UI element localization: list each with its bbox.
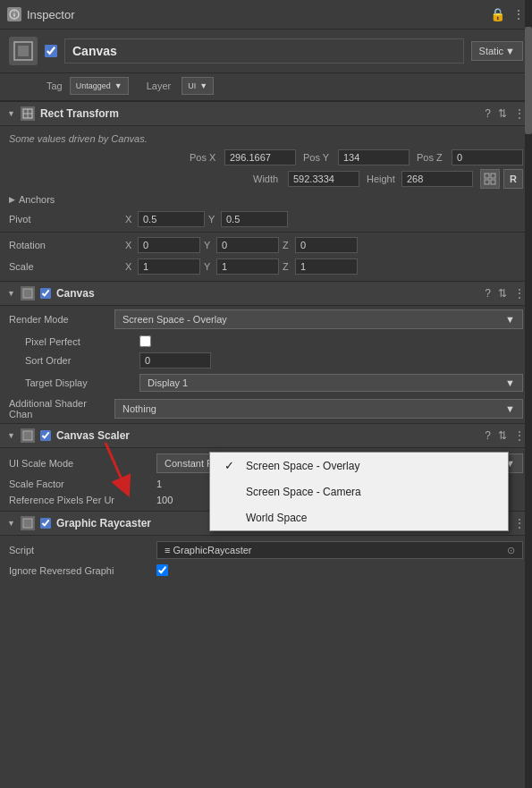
lock-icon[interactable]: 🔒 xyxy=(490,7,505,21)
scaler-settings-btn[interactable]: ⇅ xyxy=(498,429,507,442)
menu-icon[interactable]: ⋮ xyxy=(512,7,525,21)
raycaster-arrow[interactable]: ▼ xyxy=(7,519,15,528)
dropdown-option-overlay[interactable]: ✓ Screen Space - Overlay xyxy=(210,453,508,479)
canvas-enable-checkbox[interactable] xyxy=(40,288,51,299)
shader-dropdown[interactable]: Nothing ▼ xyxy=(114,399,523,419)
anchors-label: Anchors xyxy=(19,194,55,205)
rot-x-label: X xyxy=(125,240,136,250)
scrollbar[interactable] xyxy=(525,0,532,788)
posz-label: Pos Z xyxy=(417,152,449,163)
object-enable-checkbox[interactable] xyxy=(45,45,57,57)
rect-settings-btn[interactable]: ⇅ xyxy=(498,107,507,120)
render-mode-row: Render Mode Screen Space - Overlay ▼ xyxy=(0,306,532,333)
svg-rect-4 xyxy=(18,46,29,56)
target-display-dropdown[interactable]: Display 1 ▼ xyxy=(139,374,523,392)
posx-field[interactable] xyxy=(224,149,296,165)
rect-corners-btn[interactable] xyxy=(480,169,500,189)
raycaster-enable-checkbox[interactable] xyxy=(40,518,51,529)
dropdown-option-worldspace[interactable]: ✓ World Space xyxy=(210,504,508,530)
tag-dropdown[interactable]: Untagged ▼ xyxy=(70,77,129,95)
scaler-arrow[interactable]: ▼ xyxy=(7,431,15,440)
script-label: Script xyxy=(9,545,156,555)
width-label: Width xyxy=(253,174,285,184)
canvas-arrow[interactable]: ▼ xyxy=(7,289,15,298)
rot-z-label: Z xyxy=(283,240,293,250)
rot-x-field[interactable] xyxy=(138,237,200,253)
canvas-settings-btn[interactable]: ⇅ xyxy=(498,287,507,300)
scale-z-item: Z xyxy=(283,258,358,275)
pixel-perfect-row: Pixel Perfect xyxy=(0,333,532,350)
static-button[interactable]: Static ▼ xyxy=(471,41,523,61)
canvas-icon xyxy=(21,286,35,301)
rect-transform-icon xyxy=(21,106,35,121)
scaler-enable-checkbox[interactable] xyxy=(40,430,51,441)
script-value: ≡ GraphicRaycaster xyxy=(165,545,252,555)
scrollbar-thumb[interactable] xyxy=(525,27,532,134)
canvas-more-btn[interactable]: ⋮ xyxy=(514,287,525,300)
object-name-field[interactable]: Canvas xyxy=(64,38,464,64)
script-field[interactable]: ≡ GraphicRaycaster ⊙ xyxy=(156,541,523,559)
canvas-section-actions: ? ⇅ ⋮ xyxy=(485,287,525,300)
scale-row: Scale X Y Z xyxy=(0,256,532,277)
rot-y-field[interactable] xyxy=(216,237,279,253)
scale-x-field[interactable] xyxy=(138,258,200,275)
ignore-checkbox[interactable] xyxy=(156,564,168,576)
svg-rect-9 xyxy=(491,174,495,178)
pivot-row: Pivot X Y xyxy=(0,208,532,230)
pivot-x-field[interactable] xyxy=(138,211,205,227)
raycaster-more-btn[interactable]: ⋮ xyxy=(514,517,525,530)
object-header: Canvas Static ▼ xyxy=(0,30,532,73)
dropdown-option-camera-label: Screen Space - Camera xyxy=(246,486,361,498)
scale-y-field[interactable] xyxy=(216,258,279,275)
pixel-perfect-label: Pixel Perfect xyxy=(25,336,132,347)
raycaster-content: Script ≡ GraphicRaycaster ⊙ Ignore Rever… xyxy=(0,536,532,581)
scale-z-field[interactable] xyxy=(295,258,358,275)
target-display-label: Target Display xyxy=(25,377,132,388)
render-mode-dropdown-menu: ✓ Screen Space - Overlay ✓ Screen Space … xyxy=(209,452,509,531)
sort-order-label: Sort Order xyxy=(25,355,132,366)
rot-z-field[interactable] xyxy=(295,237,358,253)
tag-layer-row: Tag Untagged ▼ Layer UI ▼ xyxy=(0,73,532,101)
svg-rect-8 xyxy=(485,174,489,178)
render-mode-dropdown[interactable]: Screen Space - Overlay ▼ xyxy=(114,309,523,329)
rect-more-btn[interactable]: ⋮ xyxy=(514,107,525,120)
sort-order-field[interactable] xyxy=(139,352,211,369)
posy-field[interactable] xyxy=(338,149,410,165)
rotation-label: Rotation xyxy=(9,240,125,250)
pivot-y-axis: Y xyxy=(208,214,219,225)
object-icon xyxy=(9,37,38,65)
anchors-arrow[interactable]: ▶ xyxy=(9,195,15,204)
pivot-x-item: X xyxy=(125,211,205,227)
rect-info-text: Some values driven by Canvas. xyxy=(0,130,532,148)
scale-y-item: Y xyxy=(204,258,279,275)
scaler-help-btn[interactable]: ? xyxy=(485,429,491,442)
scaler-icon xyxy=(21,428,35,443)
pixel-perfect-checkbox[interactable] xyxy=(139,335,151,347)
pivot-y-field[interactable] xyxy=(221,211,288,227)
canvas-help-btn[interactable]: ? xyxy=(485,287,491,300)
reset-btn[interactable]: R xyxy=(503,169,523,189)
height-group: Height xyxy=(367,171,473,187)
layer-dropdown[interactable]: UI ▼ xyxy=(182,77,214,95)
pivot-label: Pivot xyxy=(9,214,125,225)
rot-y-label: Y xyxy=(204,240,215,250)
shader-arrow: ▼ xyxy=(505,403,515,414)
posx-group: Pos X xyxy=(190,149,296,165)
dropdown-option-camera[interactable]: ✓ Screen Space - Camera xyxy=(210,479,508,504)
rect-help-btn[interactable]: ? xyxy=(485,107,491,120)
ref-pixels-label: Reference Pixels Per Ur xyxy=(9,495,156,505)
posz-field[interactable] xyxy=(452,149,523,165)
layer-label: Layer xyxy=(147,80,172,91)
scale-y-label: Y xyxy=(204,261,215,272)
shader-label: Additional Shader Chan xyxy=(9,398,107,419)
target-display-row: Target Display Display 1 ▼ xyxy=(0,371,532,394)
svg-rect-12 xyxy=(23,289,32,298)
wh-row: Width Height R xyxy=(0,167,532,191)
height-field[interactable] xyxy=(401,171,473,187)
rect-transform-arrow[interactable]: ▼ xyxy=(7,109,15,118)
ref-pixels-value: 100 xyxy=(156,495,173,505)
scaler-more-btn[interactable]: ⋮ xyxy=(514,429,525,442)
canvas-section-header: ▼ Canvas ? ⇅ ⋮ xyxy=(0,281,532,306)
width-field[interactable] xyxy=(288,171,359,187)
shader-value: Nothing xyxy=(122,403,156,414)
